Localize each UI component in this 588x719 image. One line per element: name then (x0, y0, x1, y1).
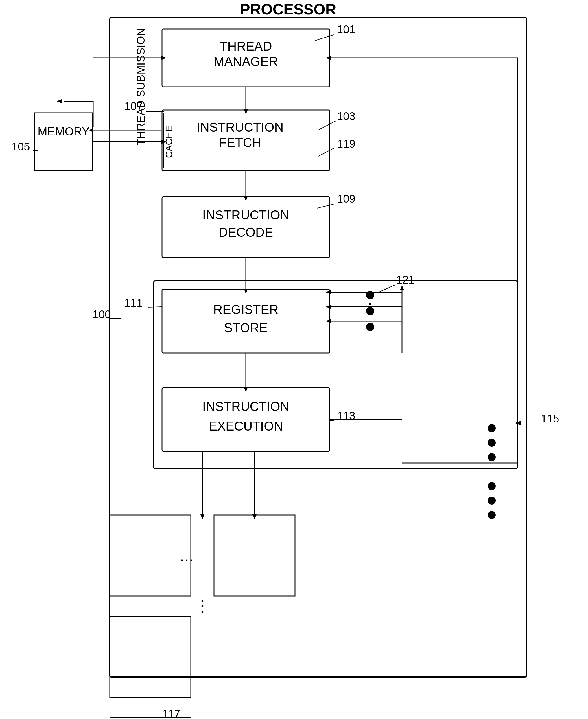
svg-point-66 (488, 511, 496, 519)
thread-submission-label: THREAD SUBMISSION (135, 28, 147, 145)
ref-107: 107 (124, 100, 143, 112)
rs-line2: STORE (224, 321, 268, 335)
ref-103: 103 (337, 110, 355, 122)
ref-119: 119 (337, 138, 355, 150)
ref-109: 109 (337, 193, 355, 205)
ref-100: 100 (92, 308, 111, 321)
rs-line1: REGISTER (213, 302, 278, 316)
svg-point-22 (488, 439, 496, 447)
thread-manager-line2: MANAGER (214, 55, 278, 68)
ref-101: 101 (337, 23, 355, 36)
svg-point-65 (488, 496, 496, 505)
processor-label: PROCESSOR (240, 1, 336, 18)
ref-115: 115 (541, 413, 559, 425)
thread-manager-line1: THREAD (220, 39, 272, 53)
svg-point-16 (366, 323, 374, 331)
if-line1: INSTRUCTION (197, 120, 284, 134)
svg-rect-0 (0, 0, 588, 719)
id-line1: INSTRUCTION (203, 208, 290, 222)
ref-105: 105 (12, 141, 30, 153)
memory-label: MEMORY (38, 125, 89, 138)
svg-point-64 (488, 482, 496, 490)
ref-121: 121 (396, 274, 415, 286)
ref-113: 113 (337, 410, 355, 422)
if-line2: FETCH (219, 136, 261, 149)
id-line2: DECODE (219, 225, 273, 239)
svg-point-21 (488, 424, 496, 432)
svg-point-23 (488, 453, 496, 461)
dots-outputs: ... (179, 546, 194, 565)
dots-bottom: ⋮ (194, 596, 211, 616)
ie-line1: INSTRUCTION (203, 399, 290, 413)
ref-111: 111 (124, 297, 143, 309)
ie-line2: EXECUTION (209, 419, 283, 433)
svg-point-15 (366, 307, 374, 315)
